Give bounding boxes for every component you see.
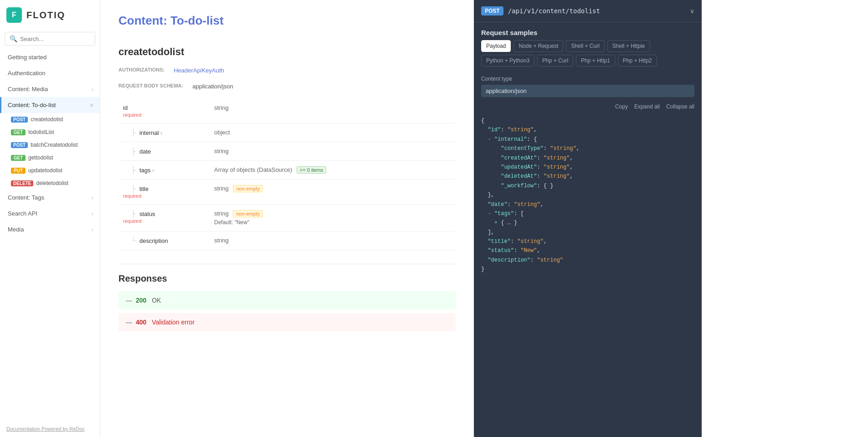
- param-required: required: [123, 218, 205, 224]
- tree-line-icon: ├: [131, 185, 136, 192]
- tab-python[interactable]: Python + Python3: [481, 55, 534, 67]
- content-type-section: Content type application/json: [474, 71, 702, 102]
- sample-tabs: Payload Node + Request Shell + Curl Shel…: [474, 40, 702, 71]
- sidebar-item-content-media[interactable]: Content: Media ›: [0, 81, 100, 97]
- copy-button[interactable]: Copy: [615, 103, 628, 110]
- sidebar-sub-item-todolistlist[interactable]: GET todolistList: [0, 126, 100, 139]
- tab-php-http1[interactable]: Php + Http1: [576, 55, 615, 67]
- page-title: Content: To-do-list: [118, 14, 456, 28]
- sidebar-item-content-tags[interactable]: Content: Tags ›: [0, 190, 100, 206]
- param-type: string non-empty: [210, 180, 456, 205]
- search-box[interactable]: 🔍: [5, 32, 95, 46]
- chevron-down-icon: ∨: [90, 102, 93, 108]
- schema-value: application/json: [192, 83, 233, 90]
- tab-payload[interactable]: Payload: [481, 40, 511, 52]
- table-row: id required string: [118, 99, 456, 123]
- tree-line-icon: ├: [131, 129, 136, 136]
- tab-php-curl[interactable]: Php + Curl: [537, 55, 573, 67]
- collapse-icon: —: [126, 297, 132, 304]
- sidebar-item-search-api[interactable]: Search API ›: [0, 206, 100, 221]
- sidebar-item-getting-started[interactable]: Getting started: [0, 49, 100, 65]
- divider: [118, 264, 456, 264]
- get-badge: GET: [11, 155, 26, 161]
- response-label: OK: [152, 297, 161, 304]
- tab-shell-curl[interactable]: Shell + Curl: [566, 40, 604, 52]
- param-name: internal ›: [139, 129, 163, 136]
- sidebar-sub-item-batchcreatetodolist[interactable]: POST batchCreatetodolist: [0, 139, 100, 151]
- sub-item-label: batchCreatetodolist: [31, 142, 77, 148]
- tab-node-request[interactable]: Node + Request: [514, 40, 563, 52]
- collapse-all-button[interactable]: Collapse all: [666, 103, 694, 110]
- param-type: string: [210, 99, 456, 123]
- collapse-icon: —: [126, 319, 132, 326]
- post-badge: POST: [11, 117, 28, 123]
- param-badge: >= 0 items: [297, 166, 326, 174]
- endpoint-bar: POST /api/v1/content/todolist ∨: [474, 0, 702, 22]
- tab-shell-httpie[interactable]: Shell + Httpie: [607, 40, 650, 52]
- auth-link[interactable]: HeaderApiKeyAuth: [174, 67, 224, 74]
- non-empty-badge: non-empty: [233, 210, 263, 217]
- delete-badge: DELETE: [11, 180, 33, 186]
- param-name: description: [139, 237, 168, 244]
- post-badge: POST: [11, 142, 28, 148]
- search-icon: 🔍: [10, 35, 17, 42]
- response-code: 200: [136, 297, 146, 304]
- put-badge: PUT: [11, 168, 26, 174]
- table-row: ├ internal › object: [118, 123, 456, 142]
- tree-line-icon: ├: [131, 148, 136, 155]
- authorizations-row: AUTHORIZATIONS: HeaderApiKeyAuth: [118, 67, 456, 74]
- sidebar-item-content-todolist[interactable]: Content: To-do-list ∨: [0, 97, 100, 113]
- param-type: string: [210, 231, 456, 250]
- params-table: id required string ├ internal › object: [118, 99, 456, 250]
- content-type-label: Content type: [481, 76, 694, 82]
- tree-line-icon: ├: [131, 166, 136, 174]
- logo-text: FLOTIQ: [26, 10, 65, 21]
- tree-line-icon: └: [131, 237, 136, 244]
- sidebar-item-media[interactable]: Media ›: [0, 221, 100, 237]
- get-badge: GET: [11, 129, 26, 135]
- param-type: Array of objects (DataSource) >= 0 items: [210, 161, 456, 180]
- sidebar: F FLOTIQ 🔍 Getting started Authenticatio…: [0, 0, 100, 437]
- sub-item-label: gettodolist: [28, 154, 53, 161]
- chevron-right-icon: ›: [92, 87, 93, 92]
- sidebar-sub-item-createtodolist[interactable]: POST createtodolist: [0, 113, 100, 126]
- response-400-row[interactable]: — 400 Validation error: [118, 313, 456, 331]
- table-row: ├ date string: [118, 142, 456, 161]
- code-block: { "id": "string", - "internal": { "conte…: [474, 112, 702, 279]
- response-label: Validation error: [152, 319, 195, 326]
- endpoint-url: /api/v1/content/todolist: [508, 7, 685, 15]
- code-actions: Copy Expand all Collapse all: [474, 102, 702, 112]
- chevron-right-icon: ›: [92, 195, 93, 201]
- param-type: string non-empty Default: "New": [210, 205, 456, 231]
- responses-title: Responses: [118, 273, 456, 284]
- footer-link[interactable]: Documentation Powered by ReDoc: [0, 421, 100, 437]
- sidebar-sub-item-updatetodolist[interactable]: PUT updatetodolist: [0, 164, 100, 177]
- post-method-badge: POST: [481, 6, 503, 15]
- chevron-right-icon: ›: [92, 211, 93, 216]
- auth-label: AUTHORIZATIONS:: [118, 67, 164, 74]
- chevron-right-icon: ›: [92, 227, 93, 232]
- sidebar-sub-item-gettodolist[interactable]: GET gettodolist: [0, 151, 100, 164]
- tab-php-http2[interactable]: Php + Http2: [618, 55, 657, 67]
- param-name: date: [139, 148, 151, 155]
- param-required: required: [123, 112, 205, 118]
- table-row: └ description string: [118, 231, 456, 250]
- param-name: id: [123, 104, 205, 111]
- endpoint-chevron-icon[interactable]: ∨: [690, 7, 694, 15]
- response-code: 400: [136, 319, 146, 326]
- response-200-row[interactable]: — 200 OK: [118, 291, 456, 309]
- param-required: required: [123, 193, 205, 199]
- sidebar-sub-item-deletetodolist[interactable]: DELETE deletetodolist: [0, 177, 100, 190]
- param-name: title: [139, 185, 149, 192]
- search-input[interactable]: [20, 36, 90, 42]
- content-type-value: application/json: [481, 85, 694, 97]
- schema-label: REQUEST BODY SCHEMA:: [118, 83, 183, 90]
- expand-all-button[interactable]: Expand all: [634, 103, 660, 110]
- request-samples-title: Request samples: [474, 22, 702, 40]
- non-empty-badge: non-empty: [233, 185, 263, 192]
- right-panel: POST /api/v1/content/todolist ∨ Request …: [474, 0, 702, 437]
- sub-item-label: deletetodolist: [36, 180, 68, 186]
- sub-item-label: todolistList: [28, 129, 54, 135]
- param-name: tags ›: [139, 167, 154, 174]
- sidebar-item-authentication[interactable]: Authentication: [0, 65, 100, 81]
